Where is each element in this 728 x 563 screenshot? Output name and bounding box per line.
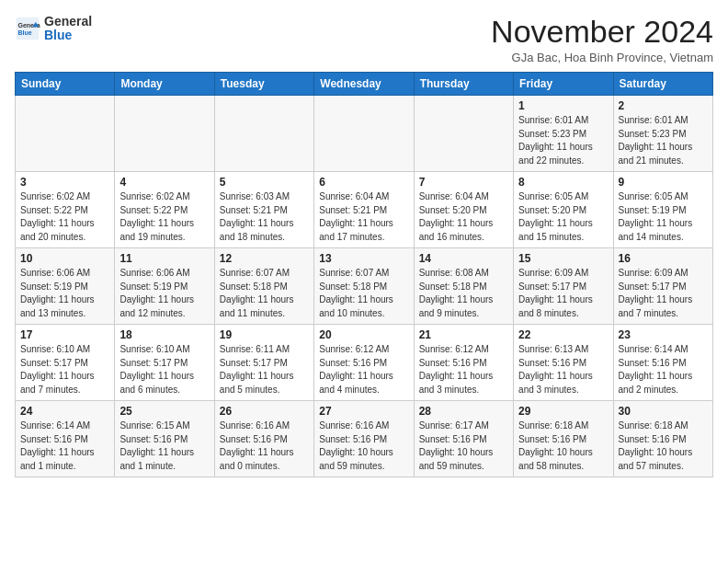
calendar-cell xyxy=(115,96,214,172)
day-info: Sunrise: 6:10 AM Sunset: 5:17 PM Dayligh… xyxy=(20,343,109,396)
day-number: 7 xyxy=(419,176,508,189)
calendar-cell xyxy=(214,96,313,172)
weekday-header-row: SundayMondayTuesdayWednesdayThursdayFrid… xyxy=(16,73,713,96)
day-info: Sunrise: 6:06 AM Sunset: 5:19 PM Dayligh… xyxy=(20,267,109,320)
day-info: Sunrise: 6:05 AM Sunset: 5:20 PM Dayligh… xyxy=(518,190,608,244)
day-info: Sunrise: 6:18 AM Sunset: 5:16 PM Dayligh… xyxy=(619,419,708,473)
day-number: 12 xyxy=(220,252,309,265)
day-info: Sunrise: 6:05 AM Sunset: 5:19 PM Dayligh… xyxy=(619,190,708,244)
calendar-cell: 17Sunrise: 6:10 AM Sunset: 5:17 PM Dayli… xyxy=(16,325,115,401)
day-number: 14 xyxy=(419,252,508,265)
calendar-week-1: 1Sunrise: 6:01 AM Sunset: 5:23 PM Daylig… xyxy=(16,96,713,172)
calendar-cell: 15Sunrise: 6:09 AM Sunset: 5:17 PM Dayli… xyxy=(514,248,613,325)
calendar-cell xyxy=(414,96,513,172)
calendar-cell: 24Sunrise: 6:14 AM Sunset: 5:16 PM Dayli… xyxy=(16,401,115,477)
day-info: Sunrise: 6:14 AM Sunset: 5:16 PM Dayligh… xyxy=(20,419,109,473)
day-info: Sunrise: 6:11 AM Sunset: 5:17 PM Dayligh… xyxy=(220,343,309,396)
day-info: Sunrise: 6:07 AM Sunset: 5:18 PM Dayligh… xyxy=(319,267,408,320)
day-number: 22 xyxy=(518,328,608,341)
day-info: Sunrise: 6:13 AM Sunset: 5:16 PM Dayligh… xyxy=(518,343,608,396)
calendar-cell: 8Sunrise: 6:05 AM Sunset: 5:20 PM Daylig… xyxy=(514,172,613,248)
day-number: 4 xyxy=(119,176,209,189)
calendar-week-3: 10Sunrise: 6:06 AM Sunset: 5:19 PM Dayli… xyxy=(16,248,713,325)
weekday-header-wednesday: Wednesday xyxy=(314,73,414,96)
logo-blue-text: Blue xyxy=(44,29,92,42)
day-info: Sunrise: 6:18 AM Sunset: 5:16 PM Dayligh… xyxy=(518,419,608,473)
calendar-cell: 4Sunrise: 6:02 AM Sunset: 5:22 PM Daylig… xyxy=(115,172,214,248)
day-number: 20 xyxy=(319,328,408,341)
day-info: Sunrise: 6:14 AM Sunset: 5:16 PM Dayligh… xyxy=(619,343,708,396)
day-number: 2 xyxy=(619,99,708,112)
day-info: Sunrise: 6:04 AM Sunset: 5:21 PM Dayligh… xyxy=(319,190,408,244)
calendar-cell: 20Sunrise: 6:12 AM Sunset: 5:16 PM Dayli… xyxy=(314,325,414,401)
day-info: Sunrise: 6:04 AM Sunset: 5:20 PM Dayligh… xyxy=(419,190,508,244)
day-number: 25 xyxy=(119,405,209,418)
day-number: 28 xyxy=(419,405,508,418)
calendar-cell: 7Sunrise: 6:04 AM Sunset: 5:20 PM Daylig… xyxy=(414,172,513,248)
calendar-cell: 22Sunrise: 6:13 AM Sunset: 5:16 PM Dayli… xyxy=(514,325,613,401)
weekday-header-thursday: Thursday xyxy=(414,73,513,96)
location-text: GJa Bac, Hoa Binh Province, Vietnam xyxy=(491,51,713,64)
calendar-cell: 1Sunrise: 6:01 AM Sunset: 5:23 PM Daylig… xyxy=(514,96,613,172)
calendar-week-4: 17Sunrise: 6:10 AM Sunset: 5:17 PM Dayli… xyxy=(16,325,713,401)
day-number: 1 xyxy=(518,99,608,112)
weekday-header-tuesday: Tuesday xyxy=(214,73,313,96)
logo-icon: General Blue xyxy=(15,16,40,41)
svg-text:Blue: Blue xyxy=(18,29,32,36)
day-info: Sunrise: 6:03 AM Sunset: 5:21 PM Dayligh… xyxy=(220,190,309,244)
calendar-cell: 6Sunrise: 6:04 AM Sunset: 5:21 PM Daylig… xyxy=(314,172,414,248)
day-info: Sunrise: 6:06 AM Sunset: 5:19 PM Dayligh… xyxy=(119,267,209,320)
calendar-cell xyxy=(314,96,414,172)
day-number: 9 xyxy=(619,176,708,189)
weekday-header-monday: Monday xyxy=(115,73,214,96)
day-info: Sunrise: 6:02 AM Sunset: 5:22 PM Dayligh… xyxy=(20,190,109,244)
calendar-cell: 16Sunrise: 6:09 AM Sunset: 5:17 PM Dayli… xyxy=(613,248,712,325)
day-number: 21 xyxy=(419,328,508,341)
calendar-cell: 30Sunrise: 6:18 AM Sunset: 5:16 PM Dayli… xyxy=(613,401,712,477)
day-info: Sunrise: 6:01 AM Sunset: 5:23 PM Dayligh… xyxy=(518,114,608,167)
day-number: 8 xyxy=(518,176,608,189)
calendar-cell: 3Sunrise: 6:02 AM Sunset: 5:22 PM Daylig… xyxy=(16,172,115,248)
logo-general-text: General xyxy=(44,15,92,29)
day-number: 15 xyxy=(518,252,608,265)
logo: General Blue General Blue xyxy=(15,15,92,43)
calendar-cell: 12Sunrise: 6:07 AM Sunset: 5:18 PM Dayli… xyxy=(214,248,313,325)
calendar-cell: 14Sunrise: 6:08 AM Sunset: 5:18 PM Dayli… xyxy=(414,248,513,325)
calendar-header: SundayMondayTuesdayWednesdayThursdayFrid… xyxy=(16,73,713,96)
calendar-cell: 29Sunrise: 6:18 AM Sunset: 5:16 PM Dayli… xyxy=(514,401,613,477)
calendar-cell: 2Sunrise: 6:01 AM Sunset: 5:23 PM Daylig… xyxy=(613,96,712,172)
calendar-cell: 25Sunrise: 6:15 AM Sunset: 5:16 PM Dayli… xyxy=(115,401,214,477)
day-number: 3 xyxy=(20,176,109,189)
day-number: 18 xyxy=(119,328,209,341)
day-number: 30 xyxy=(619,405,708,418)
calendar-cell: 19Sunrise: 6:11 AM Sunset: 5:17 PM Dayli… xyxy=(214,325,313,401)
day-info: Sunrise: 6:16 AM Sunset: 5:16 PM Dayligh… xyxy=(220,419,309,473)
day-number: 16 xyxy=(619,252,708,265)
calendar-cell: 9Sunrise: 6:05 AM Sunset: 5:19 PM Daylig… xyxy=(613,172,712,248)
day-number: 5 xyxy=(220,176,309,189)
month-title: November 2024 xyxy=(491,15,713,49)
day-info: Sunrise: 6:09 AM Sunset: 5:17 PM Dayligh… xyxy=(518,267,608,320)
calendar-cell: 21Sunrise: 6:12 AM Sunset: 5:16 PM Dayli… xyxy=(414,325,513,401)
day-info: Sunrise: 6:12 AM Sunset: 5:16 PM Dayligh… xyxy=(319,343,408,396)
day-number: 26 xyxy=(220,405,309,418)
calendar-cell: 18Sunrise: 6:10 AM Sunset: 5:17 PM Dayli… xyxy=(115,325,214,401)
calendar-cell: 26Sunrise: 6:16 AM Sunset: 5:16 PM Dayli… xyxy=(214,401,313,477)
calendar-week-5: 24Sunrise: 6:14 AM Sunset: 5:16 PM Dayli… xyxy=(16,401,713,477)
calendar-cell: 28Sunrise: 6:17 AM Sunset: 5:16 PM Dayli… xyxy=(414,401,513,477)
day-info: Sunrise: 6:07 AM Sunset: 5:18 PM Dayligh… xyxy=(220,267,309,320)
calendar-week-2: 3Sunrise: 6:02 AM Sunset: 5:22 PM Daylig… xyxy=(16,172,713,248)
day-info: Sunrise: 6:08 AM Sunset: 5:18 PM Dayligh… xyxy=(419,267,508,320)
day-number: 13 xyxy=(319,252,408,265)
day-number: 10 xyxy=(20,252,109,265)
day-info: Sunrise: 6:17 AM Sunset: 5:16 PM Dayligh… xyxy=(419,419,508,473)
logo-text: General Blue xyxy=(44,15,92,43)
title-area: November 2024 GJa Bac, Hoa Binh Province… xyxy=(491,15,713,64)
day-info: Sunrise: 6:12 AM Sunset: 5:16 PM Dayligh… xyxy=(419,343,508,396)
calendar-table: SundayMondayTuesdayWednesdayThursdayFrid… xyxy=(15,72,713,477)
calendar-cell: 11Sunrise: 6:06 AM Sunset: 5:19 PM Dayli… xyxy=(115,248,214,325)
day-number: 27 xyxy=(319,405,408,418)
calendar-cell: 13Sunrise: 6:07 AM Sunset: 5:18 PM Dayli… xyxy=(314,248,414,325)
day-number: 29 xyxy=(518,405,608,418)
day-info: Sunrise: 6:16 AM Sunset: 5:16 PM Dayligh… xyxy=(319,419,408,473)
